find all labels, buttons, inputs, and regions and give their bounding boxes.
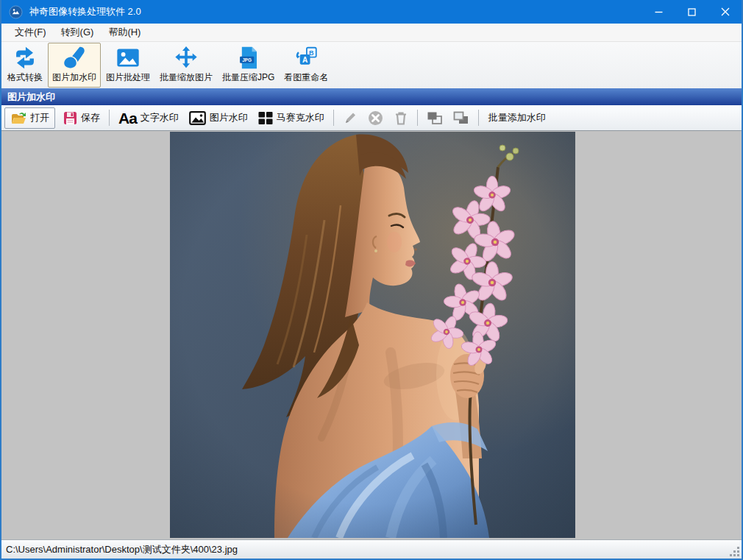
toolbar-separator xyxy=(478,110,479,126)
toolbar-label: 批量压缩JPG xyxy=(222,71,274,84)
window-title: 神奇图像转换处理软件 2.0 xyxy=(29,5,642,18)
toolbar-button-image-watermark[interactable]: 图片加水印 xyxy=(48,43,101,88)
pencil-icon xyxy=(343,110,358,125)
photo-canvas[interactable] xyxy=(170,132,575,538)
batch-resize-icon xyxy=(172,46,200,70)
toolbar-label: 看图重命名 xyxy=(284,71,328,84)
toolbar-separator xyxy=(333,110,334,126)
toolbar-label: 图片批处理 xyxy=(106,71,150,84)
toolbar-label: 格式转换 xyxy=(7,71,43,84)
toolbar-label: 图片加水印 xyxy=(52,71,96,84)
save-floppy-icon xyxy=(63,111,77,125)
text-watermark-label: 文字水印 xyxy=(141,111,179,124)
toolbar-button-format-convert[interactable]: 格式转换 xyxy=(3,43,47,88)
toolbar-button-batch-compress-jpg[interactable]: JPG 批量压缩JPG xyxy=(218,43,279,88)
file-path-text: C:\Users\Administrator\Desktop\测试文件夹\400… xyxy=(6,543,238,556)
open-button[interactable]: 打开 xyxy=(4,107,55,129)
text-watermark-button[interactable]: Aa 文字水印 xyxy=(113,107,184,129)
bring-to-front-icon xyxy=(427,111,443,125)
mosaic-watermark-button[interactable]: 马赛克水印 xyxy=(253,107,330,129)
menu-file[interactable]: 文件(F) xyxy=(7,24,54,41)
window-controls xyxy=(642,0,742,24)
batch-add-watermark-button[interactable]: 批量添加水印 xyxy=(488,111,546,124)
cancel-watermark-button-disabled[interactable] xyxy=(363,107,388,129)
mosaic-watermark-label: 马赛克水印 xyxy=(277,111,324,124)
watermark-brush-icon xyxy=(60,46,88,70)
send-to-back-icon xyxy=(453,111,469,125)
delete-watermark-button-disabled[interactable] xyxy=(388,107,413,129)
app-window: 神奇图像转换处理软件 2.0 文件(F) 转到(G) 帮助(H) xyxy=(0,0,743,560)
watermark-toolbar: 打开 保存 Aa 文字水印 图片水印 xyxy=(1,105,742,131)
status-bar: C:\Users\Administrator\Desktop\测试文件夹\400… xyxy=(1,539,742,559)
view-rename-icon: B A xyxy=(292,46,320,70)
save-label: 保存 xyxy=(81,111,100,124)
svg-text:A: A xyxy=(302,56,308,64)
image-watermark-icon xyxy=(189,111,206,125)
section-header: 图片加水印 xyxy=(1,88,742,105)
title-bar: 神奇图像转换处理软件 2.0 xyxy=(1,0,742,24)
edit-watermark-button-disabled[interactable] xyxy=(338,107,363,129)
main-toolbar: 格式转换 图片加水印 图片批处理 批量缩放图片 xyxy=(1,42,742,88)
svg-text:JPG: JPG xyxy=(242,57,252,63)
menu-bar: 文件(F) 转到(G) 帮助(H) xyxy=(1,24,742,42)
text-watermark-icon: Aa xyxy=(118,110,137,126)
resize-grip[interactable] xyxy=(729,546,740,557)
menu-goto[interactable]: 转到(G) xyxy=(54,24,102,41)
send-back-button-disabled[interactable] xyxy=(448,107,474,129)
mosaic-watermark-icon xyxy=(258,111,273,125)
image-watermark-button[interactable]: 图片水印 xyxy=(184,107,253,129)
menu-help[interactable]: 帮助(H) xyxy=(101,24,148,41)
canvas-workarea xyxy=(1,131,742,539)
minimize-button[interactable] xyxy=(642,0,675,24)
batch-image-icon xyxy=(114,46,142,70)
open-label: 打开 xyxy=(30,111,49,124)
app-logo-icon xyxy=(9,5,23,19)
close-icon xyxy=(721,7,730,16)
toolbar-separator xyxy=(417,110,418,126)
toolbar-button-batch-process[interactable]: 图片批处理 xyxy=(102,43,154,88)
bring-front-button-disabled[interactable] xyxy=(422,107,448,129)
toolbar-label: 批量缩放图片 xyxy=(160,71,213,84)
image-watermark-label: 图片水印 xyxy=(210,111,248,124)
batch-compress-jpg-icon: JPG xyxy=(235,46,263,70)
close-button[interactable] xyxy=(708,0,742,24)
toolbar-button-batch-resize[interactable]: 批量缩放图片 xyxy=(155,43,217,88)
minimize-icon xyxy=(655,8,663,16)
section-title: 图片加水印 xyxy=(7,91,55,104)
toolbar-separator xyxy=(109,110,110,126)
photo-woman-orchids xyxy=(170,132,575,538)
maximize-icon xyxy=(688,8,696,16)
toolbar-button-view-rename[interactable]: B A 看图重命名 xyxy=(280,43,333,88)
save-button[interactable]: 保存 xyxy=(58,107,105,129)
format-convert-icon xyxy=(11,46,39,70)
maximize-button[interactable] xyxy=(675,0,708,24)
open-folder-icon xyxy=(10,111,26,125)
trash-icon xyxy=(394,110,408,126)
cancel-circle-icon xyxy=(368,110,383,126)
